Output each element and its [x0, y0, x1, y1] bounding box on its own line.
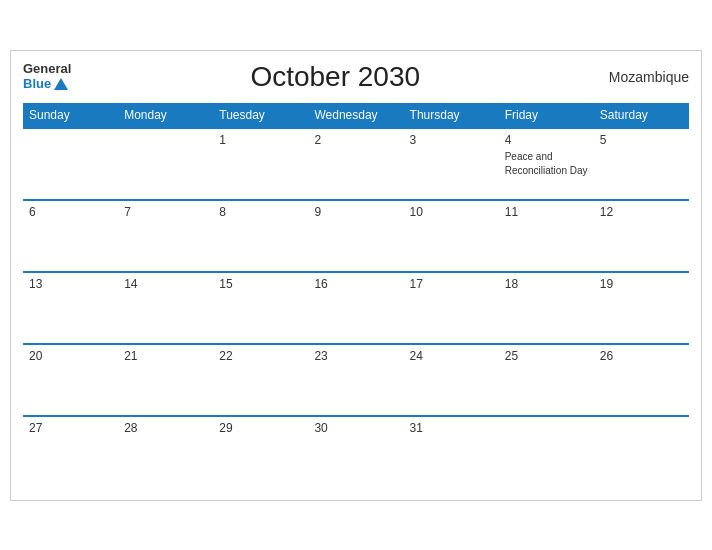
- calendar-cell: 6: [23, 200, 118, 272]
- calendar-cell: 25: [499, 344, 594, 416]
- calendar-cell: 18: [499, 272, 594, 344]
- logo: General Blue: [23, 62, 71, 91]
- calendar-cell: 19: [594, 272, 689, 344]
- logo-general-text: General: [23, 62, 71, 76]
- calendar-week-row: 1234Peace and Reconciliation Day5: [23, 128, 689, 200]
- day-number: 23: [314, 349, 397, 363]
- day-number: 16: [314, 277, 397, 291]
- calendar-cell: 11: [499, 200, 594, 272]
- calendar-table: SundayMondayTuesdayWednesdayThursdayFrid…: [23, 103, 689, 488]
- calendar-cell: 29: [213, 416, 308, 488]
- day-number: 9: [314, 205, 397, 219]
- calendar-cell: 31: [404, 416, 499, 488]
- day-number: 29: [219, 421, 302, 435]
- day-number: 13: [29, 277, 112, 291]
- calendar-header: General Blue October 2030 Mozambique: [23, 61, 689, 93]
- calendar-cell: 9: [308, 200, 403, 272]
- logo-blue-text: Blue: [23, 77, 71, 91]
- day-number: 8: [219, 205, 302, 219]
- calendar-cell: 14: [118, 272, 213, 344]
- day-number: 12: [600, 205, 683, 219]
- calendar-cell: 4Peace and Reconciliation Day: [499, 128, 594, 200]
- day-number: 4: [505, 133, 588, 147]
- calendar-cell: 13: [23, 272, 118, 344]
- calendar-cell: 16: [308, 272, 403, 344]
- day-number: 2: [314, 133, 397, 147]
- day-number: 27: [29, 421, 112, 435]
- weekday-header: Wednesday: [308, 103, 403, 128]
- calendar-cell: 30: [308, 416, 403, 488]
- day-number: 30: [314, 421, 397, 435]
- weekday-header: Thursday: [404, 103, 499, 128]
- day-number: 18: [505, 277, 588, 291]
- calendar-cell: [23, 128, 118, 200]
- calendar-week-row: 20212223242526: [23, 344, 689, 416]
- day-number: 1: [219, 133, 302, 147]
- calendar-week-row: 2728293031: [23, 416, 689, 488]
- weekday-header: Friday: [499, 103, 594, 128]
- calendar-cell: 28: [118, 416, 213, 488]
- weekday-header: Monday: [118, 103, 213, 128]
- day-number: 6: [29, 205, 112, 219]
- weekday-header: Tuesday: [213, 103, 308, 128]
- day-number: 24: [410, 349, 493, 363]
- calendar-cell: 3: [404, 128, 499, 200]
- logo-triangle-icon: [54, 78, 68, 90]
- day-number: 26: [600, 349, 683, 363]
- calendar-week-row: 6789101112: [23, 200, 689, 272]
- weekday-header: Saturday: [594, 103, 689, 128]
- calendar-cell: 7: [118, 200, 213, 272]
- calendar-title: October 2030: [71, 61, 599, 93]
- calendar-country: Mozambique: [599, 69, 689, 85]
- calendar-cell: 5: [594, 128, 689, 200]
- calendar-cell: 20: [23, 344, 118, 416]
- weekday-header: Sunday: [23, 103, 118, 128]
- day-number: 20: [29, 349, 112, 363]
- day-number: 25: [505, 349, 588, 363]
- calendar-cell: 26: [594, 344, 689, 416]
- day-number: 19: [600, 277, 683, 291]
- calendar-cell: 23: [308, 344, 403, 416]
- calendar-cell: 22: [213, 344, 308, 416]
- day-number: 5: [600, 133, 683, 147]
- day-number: 28: [124, 421, 207, 435]
- calendar-cell: 10: [404, 200, 499, 272]
- day-number: 17: [410, 277, 493, 291]
- calendar-cell: 8: [213, 200, 308, 272]
- day-number: 3: [410, 133, 493, 147]
- calendar-cell: [594, 416, 689, 488]
- holiday-name: Peace and Reconciliation Day: [505, 151, 588, 176]
- day-number: 22: [219, 349, 302, 363]
- day-number: 14: [124, 277, 207, 291]
- calendar-cell: 27: [23, 416, 118, 488]
- calendar-cell: 24: [404, 344, 499, 416]
- day-number: 21: [124, 349, 207, 363]
- calendar-cell: 12: [594, 200, 689, 272]
- day-number: 15: [219, 277, 302, 291]
- calendar-cell: 17: [404, 272, 499, 344]
- calendar-cell: 2: [308, 128, 403, 200]
- calendar-cell: 15: [213, 272, 308, 344]
- calendar-week-row: 13141516171819: [23, 272, 689, 344]
- weekday-header-row: SundayMondayTuesdayWednesdayThursdayFrid…: [23, 103, 689, 128]
- calendar-cell: 21: [118, 344, 213, 416]
- calendar-cell: [118, 128, 213, 200]
- day-number: 7: [124, 205, 207, 219]
- day-number: 31: [410, 421, 493, 435]
- calendar-cell: [499, 416, 594, 488]
- calendar: General Blue October 2030 Mozambique Sun…: [10, 50, 702, 501]
- calendar-cell: 1: [213, 128, 308, 200]
- day-number: 10: [410, 205, 493, 219]
- day-number: 11: [505, 205, 588, 219]
